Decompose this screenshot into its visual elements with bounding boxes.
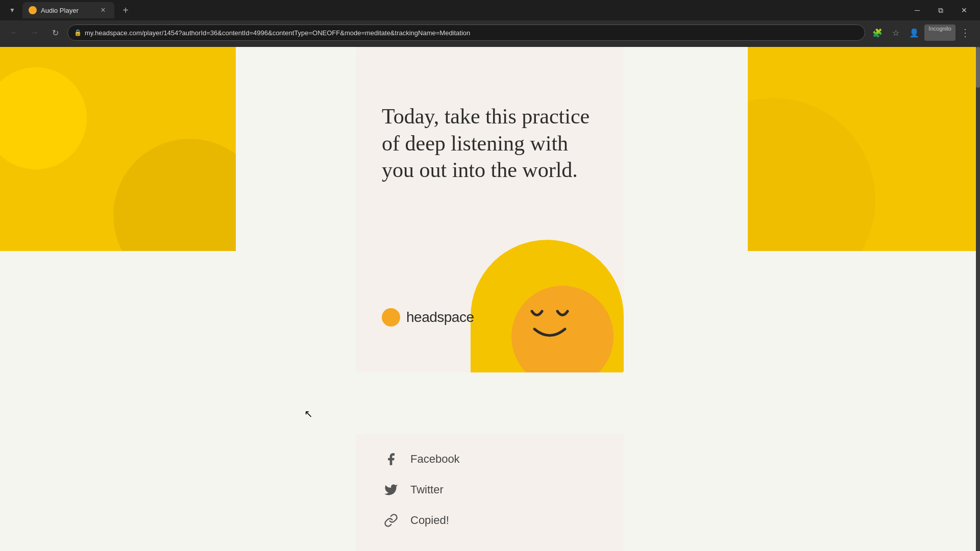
restore-button[interactable]: ⧉ [929, 2, 952, 18]
user-button[interactable]: 👤 [906, 24, 922, 41]
bookmark-icon: ☆ [892, 28, 899, 38]
scrollbar-thumb[interactable] [976, 47, 980, 88]
yellow-bg-left [0, 47, 236, 251]
address-bar[interactable]: 🔒 my.headspace.com/player/1454?authorId=… [67, 24, 865, 41]
social-section: Facebook Twitter Copied! [356, 434, 624, 551]
url-text: my.headspace.com/player/1454?authorId=36… [85, 29, 859, 37]
tab-nav-arrow[interactable]: ▼ [4, 2, 20, 18]
browser-chrome: ▼ Audio Player × + ─ ⧉ ✕ ← → ↻ 🔒 my.head… [0, 0, 980, 47]
back-icon: ← [10, 28, 18, 37]
tab-title: Audio Player [41, 7, 94, 14]
copied-label: Copied! [410, 514, 449, 527]
lock-icon: 🔒 [74, 29, 82, 36]
user-icon: 👤 [909, 28, 919, 38]
extensions-button[interactable]: 🧩 [869, 24, 886, 41]
twitter-icon [382, 481, 400, 499]
reload-button[interactable]: ↻ [47, 24, 63, 41]
nav-bar: ← → ↻ 🔒 my.headspace.com/player/1454?aut… [0, 20, 980, 45]
reload-icon: ↻ [52, 28, 59, 38]
twitter-label: Twitter [410, 483, 444, 496]
char-face-svg [506, 291, 608, 352]
page-content: Today, take this practice of deep listen… [0, 47, 980, 551]
link-icon [382, 511, 400, 530]
headspace-logo: headspace [382, 308, 474, 327]
twitter-link[interactable]: Twitter [382, 474, 598, 505]
scrollbar[interactable] [976, 47, 980, 551]
extensions-icon: 🧩 [872, 28, 883, 38]
menu-button[interactable]: ⋮ [958, 24, 974, 41]
center-card: Today, take this practice of deep listen… [356, 47, 624, 372]
yellow-bg-right [748, 47, 980, 251]
incognito-badge: Incognito [924, 24, 955, 41]
facebook-icon [382, 450, 400, 468]
facebook-label: Facebook [410, 453, 460, 466]
tab-favicon [29, 6, 37, 14]
close-button[interactable]: ✕ [952, 2, 976, 18]
title-bar: ▼ Audio Player × + ─ ⧉ ✕ [0, 0, 980, 20]
mouse-cursor: ↖ [304, 408, 313, 420]
nav-actions: 🧩 ☆ 👤 Incognito ⋮ [869, 24, 974, 41]
facebook-link[interactable]: Facebook [382, 444, 598, 474]
active-tab[interactable]: Audio Player × [22, 2, 114, 18]
character-decoration [471, 240, 624, 372]
tab-close-button[interactable]: × [98, 5, 108, 15]
menu-icon: ⋮ [960, 27, 971, 39]
forward-button[interactable]: → [27, 24, 43, 41]
back-button[interactable]: ← [6, 24, 22, 41]
copied-item: Copied! [382, 505, 598, 536]
minimize-button[interactable]: ─ [905, 2, 929, 18]
headspace-dot [382, 308, 400, 327]
bookmark-button[interactable]: ☆ [888, 24, 904, 41]
new-tab-button[interactable]: + [118, 3, 133, 17]
headspace-name: headspace [406, 309, 474, 325]
forward-icon: → [31, 28, 39, 37]
quote-text: Today, take this practice of deep listen… [382, 103, 598, 184]
